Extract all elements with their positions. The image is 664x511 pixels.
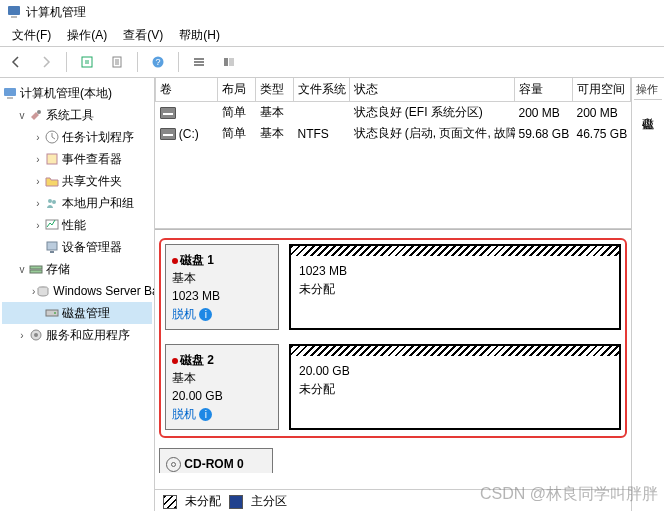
cdrom-name: CD-ROM 0: [184, 457, 243, 471]
legend-swatch-unallocated: [163, 495, 177, 509]
tree-scheduler[interactable]: ›任务计划程序: [2, 126, 152, 148]
svg-rect-24: [46, 310, 58, 316]
up-button[interactable]: [75, 50, 99, 74]
partition[interactable]: 20.00 GB 未分配: [289, 344, 621, 430]
tree-devmgr[interactable]: 设备管理器: [2, 236, 152, 258]
expand-icon[interactable]: ›: [32, 198, 44, 209]
disk-row[interactable]: 磁盘 1 基本 1023 MB 脱机 i 1023 MB: [165, 244, 621, 330]
actions-pane: 操作 磁盘: [632, 78, 664, 511]
svg-rect-6: [194, 58, 204, 60]
disk-region: 1023 MB 未分配: [289, 244, 621, 330]
volume-table: 卷 布局 类型 文件系统 状态 容量 可用空间 简单: [155, 78, 631, 144]
actions-header: 操作: [634, 80, 662, 100]
titlebar: 计算机管理: [0, 0, 664, 24]
expand-icon[interactable]: ›: [16, 330, 28, 341]
cell-volume: [156, 102, 218, 124]
cell-fs: [294, 102, 350, 124]
disk-state: 脱机: [172, 407, 196, 421]
expand-icon[interactable]: ›: [32, 154, 44, 165]
legend: 未分配 主分区: [155, 489, 631, 511]
forward-button[interactable]: [34, 50, 58, 74]
col-free[interactable]: 可用空间: [573, 78, 631, 102]
unallocated-pattern: [291, 246, 619, 256]
disk-name: 磁盘 2: [180, 353, 214, 367]
event-icon: [44, 151, 60, 167]
tree-shared[interactable]: ›共享文件夹: [2, 170, 152, 192]
svg-rect-10: [229, 58, 234, 66]
volume-list[interactable]: 卷 布局 类型 文件系统 状态 容量 可用空间 简单: [155, 78, 631, 229]
expand-icon[interactable]: ›: [32, 132, 44, 143]
expand-icon[interactable]: ›: [32, 176, 44, 187]
perf-icon: [44, 217, 60, 233]
tree-event[interactable]: ›事件查看器: [2, 148, 152, 170]
arrow-right-icon: [39, 55, 53, 69]
tree-system-tools[interactable]: v系统工具: [2, 104, 152, 126]
refresh-icon: [80, 55, 94, 69]
disk-header[interactable]: 磁盘 1 基本 1023 MB 脱机 i: [165, 244, 279, 330]
disks-area[interactable]: 磁盘 1 基本 1023 MB 脱机 i 1023 MB: [155, 229, 631, 489]
table-row[interactable]: 简单 基本 状态良好 (EFI 系统分区) 200 MB 200 MB: [156, 102, 631, 124]
partition-label: 20.00 GB 未分配: [291, 356, 619, 404]
device-icon: [44, 239, 60, 255]
tree-wsb[interactable]: ›Windows Server Back: [2, 280, 152, 302]
svg-rect-11: [4, 88, 16, 96]
col-fs[interactable]: 文件系统: [294, 78, 350, 102]
expand-icon[interactable]: ›: [32, 220, 44, 231]
cdrom-icon: [166, 457, 181, 472]
info-icon[interactable]: i: [199, 408, 212, 421]
cell-cap: 200 MB: [515, 102, 573, 124]
tree-diskmgmt[interactable]: 磁盘管理: [2, 302, 152, 324]
menu-view[interactable]: 查看(V): [115, 25, 171, 46]
col-type[interactable]: 类型: [256, 78, 294, 102]
disk-row-cdrom[interactable]: CD-ROM 0: [159, 448, 627, 473]
partition-state: 未分配: [299, 280, 611, 298]
col-layout[interactable]: 布局: [218, 78, 256, 102]
menu-help[interactable]: 帮助(H): [171, 25, 228, 46]
svg-rect-12: [7, 97, 13, 99]
col-status[interactable]: 状态: [350, 78, 515, 102]
col-cap[interactable]: 容量: [515, 78, 573, 102]
help-button[interactable]: ?: [146, 50, 170, 74]
help-icon: ?: [151, 55, 165, 69]
unallocated-pattern: [291, 346, 619, 356]
tree-storage[interactable]: v存储: [2, 258, 152, 280]
nav-tree[interactable]: 计算机管理(本地) v系统工具 ›任务计划程序 ›事件查看器 ›共享文件夹 ›本…: [0, 78, 155, 511]
view-detail-button[interactable]: [217, 50, 241, 74]
computer-management-icon: [6, 4, 22, 20]
disk-header-cdrom[interactable]: CD-ROM 0: [159, 448, 273, 473]
svg-rect-19: [47, 242, 57, 250]
col-volume[interactable]: 卷: [156, 78, 218, 102]
info-icon[interactable]: i: [199, 308, 212, 321]
back-button[interactable]: [4, 50, 28, 74]
disk-region: 20.00 GB 未分配: [289, 344, 621, 430]
table-header-row: 卷 布局 类型 文件系统 状态 容量 可用空间: [156, 78, 631, 102]
svg-point-17: [52, 200, 56, 204]
view-list-button[interactable]: [187, 50, 211, 74]
table-row[interactable]: (C:) 简单 基本 NTFS 状态良好 (启动, 页面文件, 故障转储, 主分…: [156, 123, 631, 144]
cell-type: 基本: [256, 123, 294, 144]
cell-status: 状态良好 (EFI 系统分区): [350, 102, 515, 124]
disk-header[interactable]: 磁盘 2 基本 20.00 GB 脱机 i: [165, 344, 279, 430]
svg-rect-0: [8, 6, 20, 15]
services-icon: [28, 327, 44, 343]
disk-row[interactable]: 磁盘 2 基本 20.00 GB 脱机 i 20.00 GB: [165, 344, 621, 430]
legend-unallocated: 未分配: [185, 493, 221, 510]
cell-status: 状态良好 (启动, 页面文件, 故障转储, 主分区): [350, 123, 515, 144]
tree-local-users[interactable]: ›本地用户和组: [2, 192, 152, 214]
tree-root[interactable]: 计算机管理(本地): [2, 82, 152, 104]
menu-action[interactable]: 操作(A): [59, 25, 115, 46]
partition[interactable]: 1023 MB 未分配: [289, 244, 621, 330]
body: 计算机管理(本地) v系统工具 ›任务计划程序 ›事件查看器 ›共享文件夹 ›本…: [0, 78, 664, 511]
actions-item[interactable]: 磁盘: [634, 102, 658, 114]
tree-services[interactable]: ›服务和应用程序: [2, 324, 152, 346]
cell-free: 200 MB: [573, 102, 631, 124]
tree-perf[interactable]: ›性能: [2, 214, 152, 236]
menu-file[interactable]: 文件(F): [4, 25, 59, 46]
computer-icon: [2, 85, 18, 101]
collapse-icon[interactable]: v: [16, 264, 28, 275]
svg-text:?: ?: [155, 57, 160, 67]
disk-size: 1023 MB: [172, 287, 272, 305]
svg-rect-15: [47, 154, 57, 164]
properties-button[interactable]: [105, 50, 129, 74]
collapse-icon[interactable]: v: [16, 110, 28, 121]
